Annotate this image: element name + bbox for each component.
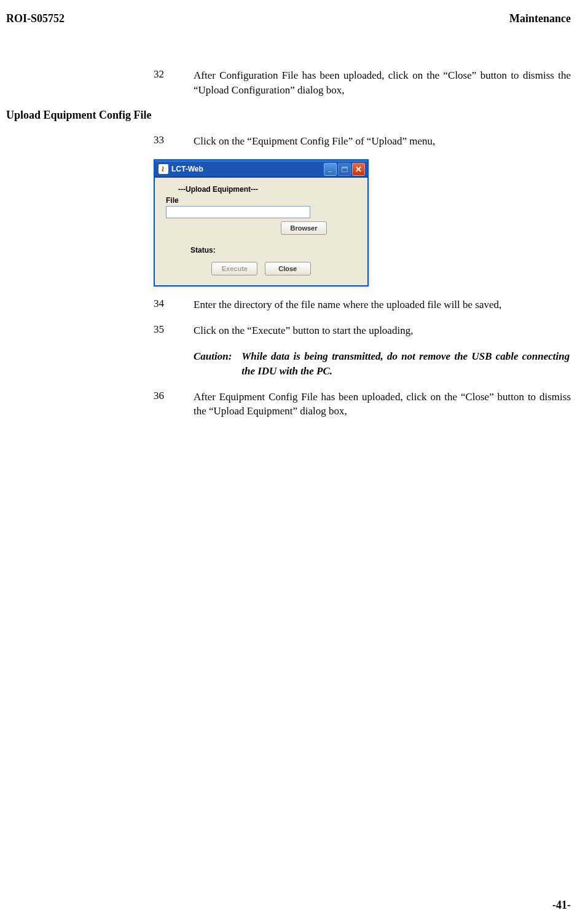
maximize-button bbox=[338, 163, 351, 176]
step-33: 33 Click on the “Equipment Config File” … bbox=[154, 134, 571, 149]
window-controls: ✕ bbox=[324, 163, 365, 176]
file-input[interactable] bbox=[166, 206, 310, 218]
upload-equipment-dialog: LCT-Web ✕ ---Upload Equipment--- File Br… bbox=[154, 159, 369, 286]
step-text: Click on the “Execute” button to start t… bbox=[194, 323, 571, 338]
step-35: 35 Click on the “Execute” button to star… bbox=[154, 323, 571, 338]
step-number: 35 bbox=[154, 323, 194, 338]
titlebar-left: LCT-Web bbox=[159, 164, 203, 174]
step-32: 32 After Configuration File has been upl… bbox=[154, 68, 571, 98]
step-text: Enter the directory of the file name whe… bbox=[194, 298, 571, 312]
step-text: After Equipment Config File has been upl… bbox=[194, 390, 571, 419]
dialog-titlebar[interactable]: LCT-Web ✕ bbox=[155, 160, 367, 178]
step-34: 34 Enter the directory of the file name … bbox=[154, 298, 571, 312]
status-label: Status: bbox=[166, 246, 356, 255]
page-number: -41- bbox=[552, 899, 571, 912]
close-window-button[interactable]: ✕ bbox=[352, 163, 365, 176]
maximize-icon bbox=[342, 167, 348, 172]
step-number: 32 bbox=[154, 68, 194, 98]
caution-text: While data is being transmitted, do not … bbox=[241, 349, 570, 379]
file-label: File bbox=[166, 196, 356, 205]
caution-label: Caution: bbox=[194, 349, 239, 364]
dialog-body: ---Upload Equipment--- File Browser Stat… bbox=[155, 178, 367, 285]
step-number: 36 bbox=[154, 390, 194, 419]
section-heading: Upload Equipment Config File bbox=[6, 109, 571, 122]
step-number: 34 bbox=[154, 298, 194, 312]
step-number: 33 bbox=[154, 134, 194, 149]
java-icon bbox=[159, 164, 168, 174]
minimize-icon bbox=[327, 171, 333, 173]
dialog-button-row: Execute Close bbox=[166, 262, 356, 275]
doc-id: ROI-S05752 bbox=[6, 12, 65, 25]
step-text: After Configuration File has been upload… bbox=[194, 68, 571, 98]
step-36: 36 After Equipment Config File has been … bbox=[154, 390, 571, 419]
browser-row: Browser bbox=[166, 221, 356, 235]
step-text: Click on the “Equipment Config File” of … bbox=[194, 134, 571, 149]
close-icon: ✕ bbox=[355, 165, 362, 173]
execute-button: Execute bbox=[211, 262, 257, 275]
caution-block: Caution: While data is being transmitted… bbox=[154, 349, 571, 379]
dialog-heading: ---Upload Equipment--- bbox=[166, 185, 356, 194]
minimize-button[interactable] bbox=[324, 163, 337, 176]
browser-button[interactable]: Browser bbox=[281, 221, 327, 235]
page-header: ROI-S05752 Maintenance bbox=[6, 12, 571, 25]
main-content: 32 After Configuration File has been upl… bbox=[6, 68, 571, 419]
close-button[interactable]: Close bbox=[265, 262, 311, 275]
dialog-title: LCT-Web bbox=[171, 165, 203, 173]
section-name: Maintenance bbox=[509, 12, 571, 25]
